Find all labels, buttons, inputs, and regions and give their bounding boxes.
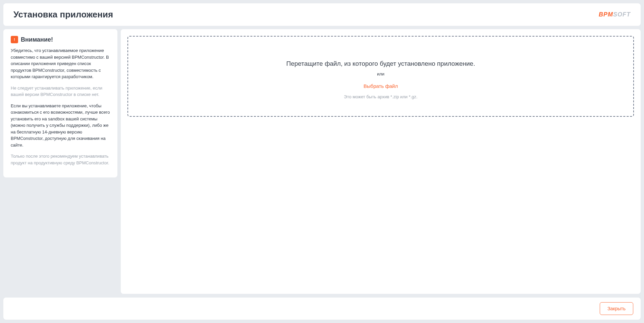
- main-panel: Перетащите файл, из которого будет устан…: [121, 29, 641, 294]
- dropzone-title: Перетащите файл, из которого будет устан…: [135, 60, 627, 67]
- select-file-link[interactable]: Выбрать файл: [364, 83, 398, 89]
- page-title: Установка приложения: [13, 9, 113, 20]
- warning-icon: !: [11, 36, 18, 43]
- file-dropzone[interactable]: Перетащите файл, из которого будет устан…: [127, 36, 634, 117]
- app-wrapper: Установка приложения BPMSOFT ! Внимание!…: [3, 3, 641, 320]
- footer-bar: Закрыть: [3, 297, 641, 320]
- sidebar-paragraph: Убедитесь, что устанавливаемое приложени…: [11, 47, 110, 80]
- logo: BPMSOFT: [599, 11, 631, 18]
- close-button[interactable]: Закрыть: [600, 302, 633, 315]
- logo-bpm: BPM: [599, 11, 613, 18]
- header-bar: Установка приложения BPMSOFT: [3, 3, 641, 26]
- content-row: ! Внимание! Убедитесь, что устанавливаем…: [3, 29, 641, 294]
- sidebar-panel: ! Внимание! Убедитесь, что устанавливаем…: [3, 29, 117, 177]
- alert-title: Внимание!: [21, 36, 53, 43]
- sidebar-paragraph: Не следует устанавливать приложение, есл…: [11, 85, 110, 98]
- sidebar-paragraph: Если вы устанавливаете приложение, чтобы…: [11, 103, 110, 149]
- dropzone-or-label: или: [135, 71, 627, 76]
- alert-heading: ! Внимание!: [11, 36, 110, 43]
- dropzone-hint: Это может быть архив *.zip или *.gz.: [135, 94, 627, 99]
- logo-soft: SOFT: [613, 11, 631, 18]
- sidebar-paragraph: Только после этого рекомендуем устанавли…: [11, 153, 110, 166]
